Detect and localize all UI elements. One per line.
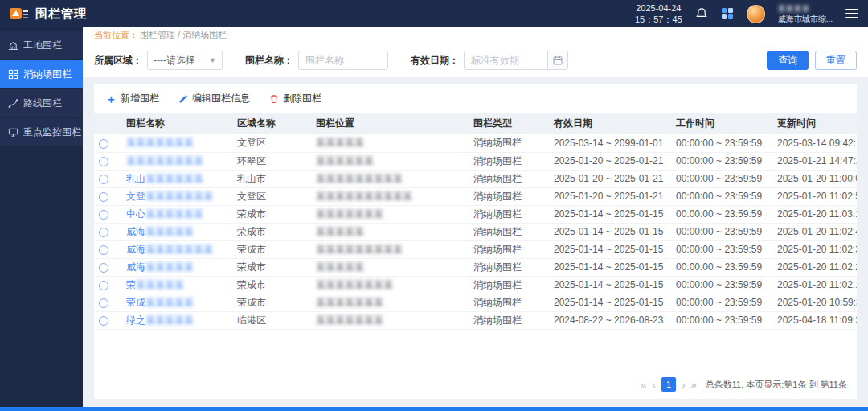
user-info[interactable]: 某某某某 威海市城市综... [778,3,833,25]
time-text: 15：57：45 [635,14,682,25]
previous-page-button[interactable]: ‹ [653,380,656,390]
user-avatar[interactable] [747,5,765,23]
sidebar-item-site-fence[interactable]: 工地围栏 [0,31,83,59]
main-area: 工地围栏 消纳场围栏 路线围栏 重点监控围栏 当前位置： 围栏管理 / 消纳场围… [0,27,868,407]
fence-name-link[interactable]: 乳山某某某某某某 [126,173,203,184]
fence-name-cell: 威海某某某某某某某 [121,240,232,258]
add-fence-label: 新增围栏 [121,92,159,105]
valid-date-cell: 2025-01-14 ~ 2025-01-15 [549,294,671,311]
work-time-cell: 00:00:00 ~ 23:59:59 [671,205,772,223]
updated-time-cell: 2025-01-20 11:02:48 [772,223,857,240]
fence-name-link[interactable]: 荣某某某某某 [126,279,184,290]
breadcrumb: 当前位置： 围栏管理 / 消纳场围栏 [83,27,868,43]
calendar-icon[interactable] [547,51,568,70]
region-cell: 环翠区 [232,152,311,170]
row-radio[interactable] [99,175,108,184]
fence-name-link[interactable]: 威海某某某某某 [126,226,194,237]
table-row[interactable]: 威海某某某某某某某荣成市某某某某某某某某某消纳场围栏2025-01-14 ~ 2… [94,240,857,258]
user-name-redacted: 某某某某 [778,3,833,14]
search-button[interactable]: 查询 [767,51,809,70]
fence-name-link[interactable]: 中心某某某某某某 [126,208,203,220]
sidebar-item-disposal-fence[interactable]: 消纳场围栏 [0,60,83,88]
fence-name-cell: 某某某某某某某 [121,134,232,152]
updated-time-cell: 2025-01-21 14:47:26 [772,152,857,170]
type-cell: 消纳场围栏 [469,205,549,223]
row-radio[interactable] [99,139,108,149]
select-column-header [94,113,121,134]
fence-name-link[interactable]: 荣成某某某某某 [126,297,194,308]
fence-name-link[interactable]: 威海某某某某某 [126,261,194,273]
row-select-cell [94,187,121,205]
fence-name-link[interactable]: 某某某某某某某 [126,137,194,148]
fence-name-cell: 某某某某某某某某 [121,152,232,170]
region-select[interactable]: ----请选择 ▼ [147,51,223,70]
delete-fence-button[interactable]: 删除围栏 [269,92,321,105]
location-cell: 某某某某某 [311,134,469,152]
row-radio[interactable] [99,245,108,255]
first-page-button[interactable]: « [641,380,647,390]
region-cell: 文登区 [232,187,311,205]
topbar: 围栏管理 2025-04-24 15：57：45 [0,0,868,27]
row-radio[interactable] [99,263,108,273]
fence-name-link[interactable]: 某某某某某某某某 [126,155,203,166]
sidebar-item-route-fence[interactable]: 路线围栏 [0,89,83,117]
row-radio[interactable] [99,281,108,290]
table-row[interactable]: 威海某某某某某荣成市某某某某某消纳场围栏2025-01-14 ~ 2025-01… [94,223,857,240]
column-header-location: 围栏位置 [311,113,469,134]
work-time-cell: 00:00:00 ~ 23:59:59 [671,134,772,152]
content-background: ＋ 新增围栏 编辑围栏信息 删除围栏 [83,77,868,407]
valid-date-input[interactable] [464,51,547,70]
edit-fence-label: 编辑围栏信息 [192,92,250,105]
table-row[interactable]: 荣某某某某某荣成市某某某某某某某某消纳场围栏2025-01-14 ~ 2025-… [94,276,857,294]
table-row[interactable]: 中心某某某某某某荣成市某某某某某某某消纳场围栏2025-01-14 ~ 2025… [94,205,857,223]
add-fence-button[interactable]: ＋ 新增围栏 [105,92,159,105]
location-cell: 某某某某某某某 [311,294,469,311]
region-cell: 荣成市 [232,276,311,294]
table-row[interactable]: 某某某某某某某某环翠区某某某某某某消纳场围栏2025-01-20 ~ 2025-… [94,152,857,170]
location-cell: 某某某某某某某某某某 [311,187,469,205]
row-radio[interactable] [99,210,108,220]
fence-name-link[interactable]: 威海某某某某某某某 [126,244,213,255]
page-title: 围栏管理 [35,6,87,22]
last-page-button[interactable]: » [691,380,697,390]
valid-date-cell: 2025-03-14 ~ 2099-01-01 [549,134,671,152]
next-page-button[interactable]: › [682,380,685,390]
fence-name-input[interactable] [298,51,388,70]
fence-name-cell: 威海某某某某某 [121,258,232,276]
work-time-cell: 00:00:00 ~ 23:59:59 [671,258,772,276]
menu-hamburger-icon[interactable] [845,9,858,18]
datetime-display: 2025-04-24 15：57：45 [635,2,682,26]
sidebar-item-label: 路线围栏 [23,97,62,110]
fence-name-cell: 中心某某某某某某 [121,205,232,223]
breadcrumb-path: 围栏管理 / 消纳场围栏 [140,29,227,41]
bottom-accent-strip [0,407,868,411]
table-row[interactable]: 某某某某某某某文登区某某某某某消纳场围栏2025-03-14 ~ 2099-01… [94,134,857,152]
valid-date-filter-label: 有效日期： [411,54,459,68]
row-radio[interactable] [99,157,108,166]
row-radio[interactable] [99,228,108,237]
apps-grid-icon[interactable] [721,7,734,20]
fence-name-link[interactable]: 绿之某某某某某 [126,314,194,326]
column-header-name: 围栏名称 [121,113,232,134]
type-cell: 消纳场围栏 [469,152,549,170]
updated-time-cell: 2025-01-20 11:03:10 [772,205,857,223]
edit-fence-button[interactable]: 编辑围栏信息 [178,92,250,105]
sidebar-item-key-monitor-fence[interactable]: 重点监控围栏 [0,118,83,146]
current-page-button[interactable]: 1 [661,377,676,392]
row-radio[interactable] [99,192,108,202]
row-radio[interactable] [99,316,108,326]
table-row[interactable]: 乳山某某某某某某乳山市某某某某某某某某某消纳场围栏2025-01-20 ~ 20… [94,170,857,187]
row-radio[interactable] [99,298,108,308]
table-row[interactable]: 文登某某某某某某某文登区某某某某某某某某某某消纳场围栏2025-01-20 ~ … [94,187,857,205]
reset-button[interactable]: 重置 [815,51,857,70]
type-cell: 消纳场围栏 [469,311,549,329]
fence-management-app: 围栏管理 2025-04-24 15：57：45 [0,0,868,411]
table-row[interactable]: 威海某某某某某荣成市某某某某某消纳场围栏2025-01-14 ~ 2025-01… [94,258,857,276]
notification-bell-icon[interactable] [695,7,708,20]
updated-time-cell: 2025-04-18 11:09:22 [772,311,857,329]
sidebar-item-label: 工地围栏 [23,39,62,52]
fence-name-link[interactable]: 文登某某某某某某某 [126,191,213,202]
region-cell: 临港区 [232,311,311,329]
table-row[interactable]: 荣成某某某某某荣成市某某某某某某某消纳场围栏2025-01-14 ~ 2025-… [94,294,857,311]
table-row[interactable]: 绿之某某某某某临港区某某某某某某某消纳场围栏2024-08-22 ~ 2026-… [94,311,857,329]
